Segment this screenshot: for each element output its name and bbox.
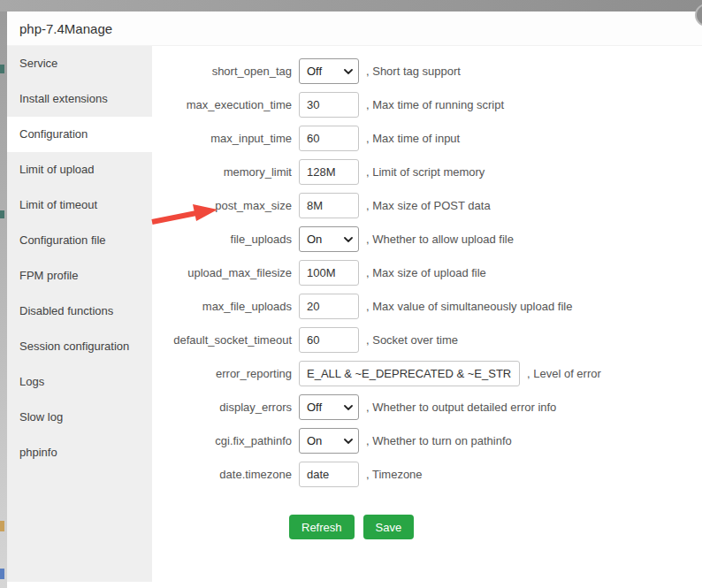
form-row-cgi-fix-pathinfo: cgi.fix_pathinfoOn, Whether to turn on p…	[152, 424, 702, 457]
field-label: file_uploads	[152, 233, 292, 246]
form-row-post-max-size: post_max_size, Max size of POST data	[152, 188, 702, 222]
background-fragment	[0, 65, 4, 73]
sidebar-item-service[interactable]: Service	[7, 46, 152, 81]
form-row-short-open-tag: short_open_tagOff, Short tag support	[152, 54, 702, 88]
field-label: short_open_tag	[152, 65, 292, 78]
field-label: memory_limit	[152, 165, 292, 179]
field-select-display-errors[interactable]: Off	[299, 394, 359, 420]
field-input-date-timezone[interactable]	[299, 462, 359, 487]
configuration-form: short_open_tagOff, Short tag supportmax_…	[152, 46, 702, 588]
sidebar-item-fpm-profile[interactable]: FPM profile	[7, 258, 152, 294]
field-description: , Timezone	[366, 468, 423, 481]
field-label: max_input_time	[152, 132, 292, 145]
form-row-display-errors: display_errorsOff, Whether to output det…	[152, 390, 702, 424]
field-select-file-uploads[interactable]: On	[299, 226, 359, 252]
field-input-memory-limit[interactable]	[299, 159, 359, 185]
field-input-error-reporting[interactable]	[299, 361, 520, 386]
field-label: default_socket_timeout	[152, 333, 292, 347]
refresh-button[interactable]: Refresh	[289, 515, 355, 539]
field-select-cgi-fix-pathinfo[interactable]: On	[299, 428, 359, 454]
sidebar-item-install-extensions[interactable]: Install extensions	[7, 81, 152, 117]
form-row-error-reporting: error_reporting, Level of error	[152, 356, 702, 390]
sidebar-item-limit-of-upload[interactable]: Limit of upload	[7, 152, 152, 187]
form-row-date-timezone: date.timezone, Timezone	[152, 457, 702, 491]
field-label: date.timezone	[152, 468, 292, 481]
field-input-max-execution-time[interactable]	[299, 92, 359, 118]
sidebar-item-session-configuration[interactable]: Session configuration	[7, 329, 152, 364]
field-input-post-max-size[interactable]	[299, 193, 359, 218]
form-row-default-socket-timeout: default_socket_timeout, Socket over time	[152, 323, 702, 356]
dialog-title: php-7.4Manage	[19, 21, 112, 36]
field-label: error_reporting	[152, 367, 292, 380]
sidebar-item-phpinfo[interactable]: phpinfo	[7, 435, 152, 470]
background-fragment	[0, 521, 4, 531]
sidebar-item-configuration-file[interactable]: Configuration file	[7, 223, 152, 258]
field-description: , Max value of simultaneously upload fil…	[366, 300, 572, 313]
sidebar-item-logs[interactable]: Logs	[7, 364, 152, 400]
form-row-upload-max-filesize: upload_max_filesize, Max size of upload …	[152, 256, 702, 289]
sidebar-item-disabled-functions[interactable]: Disabled functions	[7, 294, 152, 329]
button-row: Refresh Save	[289, 515, 702, 539]
field-label: display_errors	[152, 401, 292, 414]
field-description: , Max size of upload file	[366, 266, 486, 279]
sidebar: ServiceInstall extensionsConfigurationLi…	[7, 46, 152, 582]
red-arrow-annotation	[149, 199, 221, 227]
field-select-short-open-tag[interactable]: Off	[299, 58, 359, 84]
form-row-memory-limit: memory_limit, Limit of script memory	[152, 155, 702, 188]
field-description: , Whether to allow upload file	[366, 233, 514, 246]
sidebar-item-limit-of-timeout[interactable]: Limit of timeout	[7, 187, 152, 223]
field-label: cgi.fix_pathinfo	[152, 434, 292, 447]
field-input-default-socket-timeout[interactable]	[299, 327, 359, 353]
php-manage-dialog: php-7.4Manage ServiceInstall extensionsC…	[7, 11, 702, 588]
field-description: , Max time of input	[366, 132, 460, 145]
field-label: max_file_uploads	[152, 300, 292, 313]
sidebar-item-slow-log[interactable]: Slow log	[7, 400, 152, 435]
form-row-file-uploads: file_uploadsOn, Whether to allow upload …	[152, 222, 702, 256]
field-description: , Max size of POST data	[366, 199, 491, 212]
field-input-max-file-uploads[interactable]	[299, 294, 359, 319]
field-input-upload-max-filesize[interactable]	[299, 260, 359, 286]
sidebar-item-configuration[interactable]: Configuration	[7, 117, 152, 152]
field-description: , Short tag support	[366, 65, 461, 78]
background-page-top-strip	[0, 0, 702, 11]
field-description: , Level of error	[527, 367, 601, 380]
form-row-max-input-time: max_input_time, Max time of input	[152, 121, 702, 155]
form-row-max-file-uploads: max_file_uploads, Max value of simultane…	[152, 289, 702, 323]
field-description: , Max time of running script	[366, 98, 504, 111]
field-label: upload_max_filesize	[152, 266, 292, 279]
field-input-max-input-time[interactable]	[299, 126, 359, 151]
background-fragment	[0, 569, 4, 579]
field-description: , Whether to turn on pathinfo	[366, 434, 512, 447]
background-fragment	[0, 210, 4, 218]
field-description: , Socket over time	[366, 333, 458, 347]
save-button[interactable]: Save	[363, 515, 415, 539]
background-page-left-strip	[0, 11, 7, 588]
field-description: , Whether to output detailed error info	[366, 401, 556, 414]
field-label: max_execution_time	[152, 98, 292, 111]
form-row-max-execution-time: max_execution_time, Max time of running …	[152, 88, 702, 121]
field-description: , Limit of script memory	[366, 165, 485, 179]
dialog-titlebar: php-7.4Manage	[7, 11, 702, 46]
